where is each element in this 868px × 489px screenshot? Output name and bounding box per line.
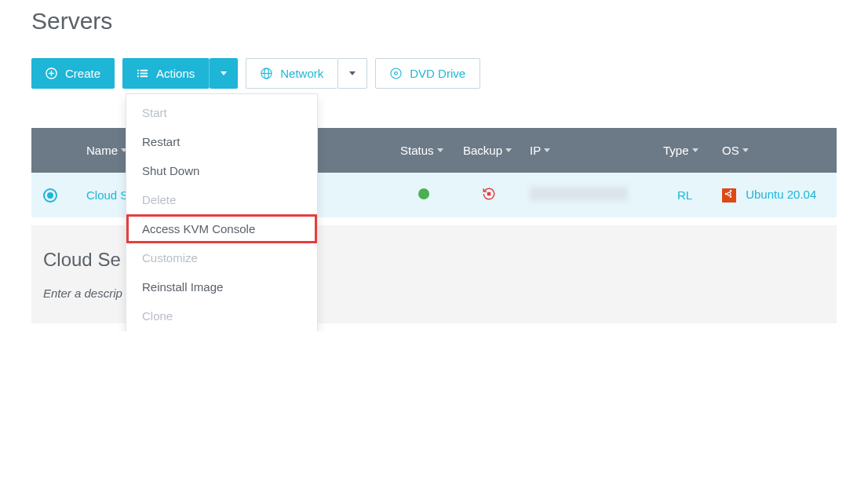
- th-type-label: Type: [663, 144, 689, 157]
- sort-caret-icon: [544, 148, 550, 152]
- caret-down-icon: [221, 71, 227, 75]
- globe-icon: [261, 68, 272, 79]
- ubuntu-icon: [722, 188, 736, 203]
- th-os-label: OS: [722, 144, 739, 157]
- ip-address: [530, 187, 628, 201]
- sort-caret-icon: [742, 148, 749, 152]
- svg-rect-2: [140, 70, 148, 71]
- th-os[interactable]: OS: [714, 128, 837, 173]
- plus-circle-icon: [46, 68, 57, 79]
- menu-item-shutdown[interactable]: Shut Down: [126, 156, 317, 185]
- network-button[interactable]: Network: [246, 58, 337, 89]
- th-backup-label: Backup: [463, 144, 502, 157]
- dvd-button-label: DVD Drive: [410, 67, 465, 80]
- page-title: Servers: [31, 8, 837, 35]
- th-ip-label: IP: [530, 144, 541, 157]
- th-backup[interactable]: Backup: [455, 128, 522, 173]
- caret-down-icon: [349, 71, 356, 75]
- network-button-label: Network: [280, 67, 323, 80]
- network-button-group: Network: [246, 58, 367, 89]
- svg-rect-3: [137, 73, 139, 75]
- svg-point-14: [730, 196, 732, 199]
- svg-rect-1: [137, 70, 139, 71]
- th-status[interactable]: Status: [392, 128, 455, 173]
- actions-button-label: Actions: [156, 67, 195, 80]
- server-type-label: RL: [677, 188, 692, 202]
- menu-item-snapshots[interactable]: Snapshots: [126, 330, 317, 331]
- menu-item-kvm-console[interactable]: Access KVM Console: [126, 214, 317, 243]
- th-type[interactable]: Type: [655, 128, 714, 173]
- actions-caret-button[interactable]: [210, 58, 238, 89]
- sort-caret-icon: [505, 148, 512, 152]
- list-icon: [137, 68, 148, 79]
- menu-item-start[interactable]: Start: [126, 98, 317, 127]
- menu-item-customize[interactable]: Customize: [126, 243, 317, 272]
- menu-item-reinstall[interactable]: Reinstall Image: [126, 272, 317, 301]
- actions-button[interactable]: Actions: [122, 58, 210, 89]
- menu-item-clone[interactable]: Clone: [126, 301, 317, 330]
- create-button-label: Create: [65, 67, 100, 80]
- backup-restore-icon: [482, 187, 496, 201]
- th-name-label: Name: [86, 144, 118, 157]
- th-ip[interactable]: IP: [522, 128, 655, 173]
- th-status-label: Status: [400, 144, 434, 157]
- svg-point-9: [391, 68, 401, 78]
- svg-point-12: [725, 193, 728, 195]
- row-select-radio[interactable]: [43, 188, 57, 203]
- svg-rect-6: [140, 75, 148, 77]
- create-button[interactable]: Create: [31, 58, 115, 89]
- sort-caret-icon: [437, 148, 443, 152]
- dvd-drive-button[interactable]: DVD Drive: [375, 58, 480, 89]
- actions-dropdown-menu: Start Restart Shut Down Delete Access KV…: [126, 93, 318, 331]
- svg-rect-5: [137, 75, 139, 77]
- os-name-label: Ubuntu 20.04: [746, 188, 816, 201]
- svg-rect-11: [487, 192, 491, 196]
- toolbar: Create Actions Network DVD Drive: [31, 58, 837, 89]
- menu-item-delete[interactable]: Delete: [126, 185, 317, 214]
- actions-button-group: Actions: [122, 58, 238, 89]
- svg-point-10: [395, 72, 398, 75]
- menu-item-restart[interactable]: Restart: [126, 127, 317, 156]
- disc-icon: [390, 68, 402, 79]
- svg-point-13: [730, 190, 732, 192]
- svg-rect-4: [140, 73, 148, 75]
- status-running-icon: [418, 188, 429, 199]
- svg-point-15: [728, 192, 731, 195]
- sort-caret-icon: [692, 148, 698, 152]
- network-caret-button[interactable]: [337, 58, 367, 89]
